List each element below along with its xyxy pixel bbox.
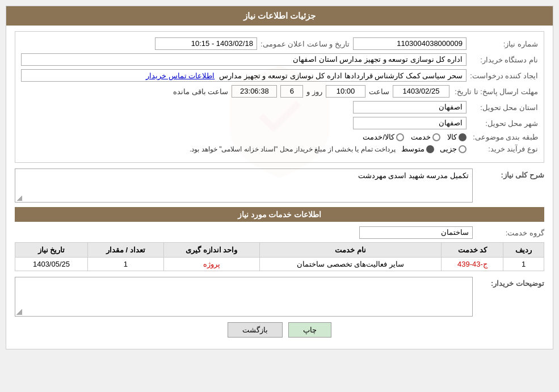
resize-handle[interactable] <box>16 195 22 201</box>
col-unit: واحد اندازه گیری <box>163 243 259 258</box>
purchase-option-jozi[interactable]: جزیی <box>440 145 466 153</box>
need-description-label: شرح کلی نیاز: <box>476 168 544 179</box>
deadline-days: 6 <box>280 85 303 98</box>
service-group-value: ساختمان <box>359 226 473 239</box>
type-radio-group: کالا خدمت کالا/خدمت <box>363 133 466 141</box>
type-label-khedmat: خدمت <box>411 133 431 141</box>
announce-value: 1403/02/18 - 10:15 <box>155 37 257 50</box>
city-value: اصفهان <box>353 117 466 129</box>
buyer-org-label: نام دستگاه خریدار: <box>470 56 538 64</box>
type-radio-kala[interactable] <box>459 133 466 141</box>
need-number-value: 1103004038000009 <box>353 37 466 50</box>
col-name: نام خدمت <box>259 243 442 258</box>
creator-value: سحر سیاسی کمک کارشناس قراردادها اداره کل… <box>21 69 466 82</box>
type-option-kala[interactable]: کالا <box>447 133 466 141</box>
deadline-time: 10:00 <box>326 85 365 98</box>
service-group-label: گروه خدمت: <box>476 229 544 237</box>
cell-code: ج-43-439 <box>442 258 503 271</box>
cell-unit: پروژه <box>163 258 259 271</box>
need-description-value: تکمیل مدرسه شهید اسدی مهردشت <box>358 171 469 180</box>
col-date: تاریخ نیاز <box>15 243 88 258</box>
deadline-days-label: روز و <box>306 87 322 96</box>
type-label-kala: کالا <box>447 133 457 141</box>
table-row: 1 ج-43-439 سایر فعالیت‌های تخصصی ساختمان… <box>15 258 544 271</box>
deadline-countdown: 23:06:38 <box>232 85 277 98</box>
page-title: جزئیات اطلاعات نیاز <box>243 11 316 20</box>
col-num: ردیف <box>503 243 544 258</box>
deadline-remaining-label: ساعت باقی مانده <box>173 87 228 96</box>
type-radio-kala-khedmat[interactable] <box>396 133 404 141</box>
announce-label: تاریخ و ساعت اعلان عمومی: <box>260 40 350 48</box>
province-value: اصفهان <box>353 101 466 113</box>
cell-date: 1403/05/25 <box>15 258 88 271</box>
print-button[interactable]: چاپ <box>288 322 331 338</box>
service-table: ردیف کد خدمت نام خدمت واحد اندازه گیری ت… <box>15 242 544 271</box>
purchase-label: نوع فرآیند خرید: <box>470 145 538 153</box>
col-qty: تعداد / مقدار <box>88 243 164 258</box>
creator-contact-link[interactable]: اطلاعات تماس خریدار <box>146 71 215 80</box>
purchase-radio-motavasset[interactable] <box>426 145 434 153</box>
buyer-notes-box <box>15 277 473 317</box>
type-option-khedmat[interactable]: خدمت <box>411 133 440 141</box>
services-header: اطلاعات خدمات مورد نیاز <box>15 207 544 222</box>
page-header: جزئیات اطلاعات نیاز <box>6 6 553 26</box>
purchase-row: جزیی متوسط پرداخت تمام یا بخشی از مبلغ خ… <box>21 145 466 153</box>
purchase-option-motavasset[interactable]: متوسط <box>401 145 434 153</box>
button-row: چاپ بازگشت <box>15 322 544 338</box>
type-label: طبقه بندی موضوعی: <box>470 133 538 141</box>
type-label-kala-khedmat: کالا/خدمت <box>363 133 394 141</box>
province-label: استان محل تحویل: <box>470 103 538 112</box>
need-description-box: تکمیل مدرسه شهید اسدی مهردشت <box>15 168 473 203</box>
purchase-note: پرداخت تمام یا بخشی از مبلغ خریداز محل "… <box>190 145 396 153</box>
col-code: کد خدمت <box>442 243 503 258</box>
purchase-label-motavasset: متوسط <box>401 145 424 153</box>
notes-resize-handle[interactable] <box>16 309 22 315</box>
cell-name: سایر فعالیت‌های تخصصی ساختمان <box>259 258 442 271</box>
buyer-org-value: اداره کل نوسازی توسعه و تجهیز مدارس استا… <box>21 53 466 66</box>
purchase-label-jozi: جزیی <box>440 145 457 153</box>
city-label: شهر محل تحویل: <box>470 119 538 128</box>
type-option-kala-khedmat[interactable]: کالا/خدمت <box>363 133 404 141</box>
type-radio-khedmat[interactable] <box>432 133 440 141</box>
purchase-radio-jozi[interactable] <box>459 145 466 153</box>
back-button[interactable]: بازگشت <box>228 322 283 338</box>
creator-label: ایجاد کننده درخواست: <box>470 71 538 80</box>
deadline-date: 1403/02/25 <box>393 85 449 98</box>
deadline-label: مهلت ارسال پاسخ: تا تاریخ: <box>453 87 538 96</box>
cell-qty: 1 <box>88 258 164 271</box>
buyer-notes-label: توضیحات خریدار: <box>476 277 544 288</box>
need-number-label: شماره نیاز: <box>470 40 538 48</box>
cell-num: 1 <box>503 258 544 271</box>
deadline-time-label: ساعت <box>369 87 389 96</box>
